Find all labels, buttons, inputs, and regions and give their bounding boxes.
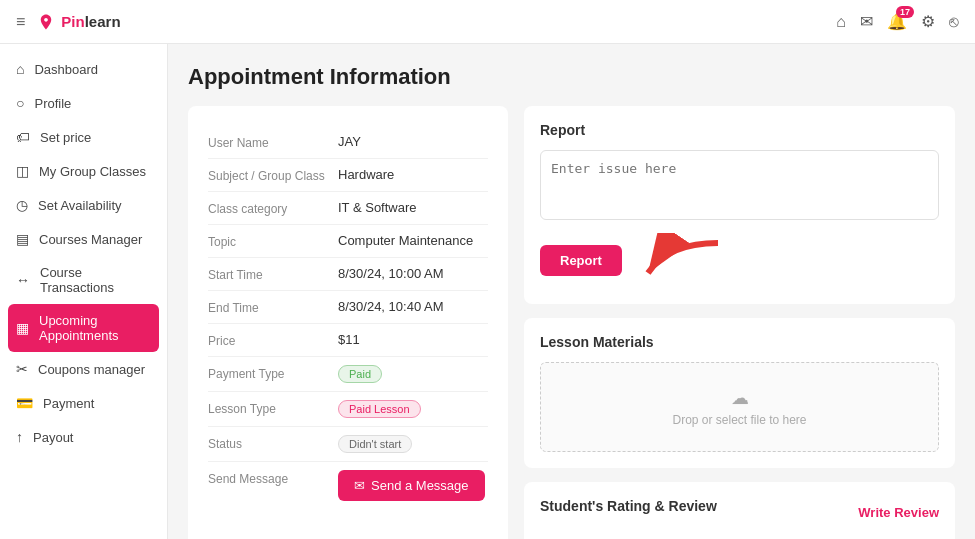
courses-icon: ▤ xyxy=(16,231,29,247)
sidebar-label-payment: Payment xyxy=(43,396,94,411)
value-topic: Computer Maintenance xyxy=(338,233,473,248)
sidebar-label-courses-manager: Courses Manager xyxy=(39,232,142,247)
topbar-icons: ⌂ ✉ 🔔17 ⚙ ⎋ xyxy=(836,12,959,31)
app-logo: Pinlearn xyxy=(37,13,120,31)
sidebar-item-coupons[interactable]: ✂ Coupons manager xyxy=(0,352,167,386)
write-review-button[interactable]: Write Review xyxy=(858,505,939,520)
main-content: Appointment Information User Name JAY Su… xyxy=(168,44,975,539)
logout-icon[interactable]: ⎋ xyxy=(949,13,959,31)
page-title: Appointment Information xyxy=(188,64,955,90)
notification-badge: 17 xyxy=(896,6,914,18)
sidebar-label-group-classes: My Group Classes xyxy=(39,164,146,179)
value-username: JAY xyxy=(338,134,361,149)
info-row-send-message: Send Message ✉ Send a Message xyxy=(208,462,488,509)
availability-icon: ◷ xyxy=(16,197,28,213)
payment-icon: 💳 xyxy=(16,395,33,411)
coupons-icon: ✂ xyxy=(16,361,28,377)
sidebar-item-payment[interactable]: 💳 Payment xyxy=(0,386,167,420)
profile-icon: ○ xyxy=(16,95,24,111)
label-send-message: Send Message xyxy=(208,470,338,486)
payout-icon: ↑ xyxy=(16,429,23,445)
sidebar-label-availability: Set Availability xyxy=(38,198,122,213)
report-card: Report Report xyxy=(524,106,955,304)
sidebar-label-course-transactions: Course Transactions xyxy=(40,265,151,295)
arrow-indicator xyxy=(638,233,728,288)
info-row-category: Class category IT & Software xyxy=(208,192,488,225)
send-message-label: Send a Message xyxy=(371,478,469,493)
rating-header-row: Student's Rating & Review Write Review xyxy=(540,498,939,526)
sidebar-item-profile[interactable]: ○ Profile xyxy=(0,86,167,120)
hamburger-icon[interactable]: ≡ xyxy=(16,13,25,31)
value-end-time: 8/30/24, 10:40 AM xyxy=(338,299,444,314)
report-action-row: Report xyxy=(540,233,939,288)
sidebar-item-upcoming-appointments[interactable]: ▦ Upcoming Appointments xyxy=(8,304,159,352)
label-username: User Name xyxy=(208,134,338,150)
sidebar-item-dashboard[interactable]: ⌂ Dashboard xyxy=(0,52,167,86)
badge-status: Didn't start xyxy=(338,435,412,453)
send-message-button[interactable]: ✉ Send a Message xyxy=(338,470,485,501)
sidebar-item-course-transactions[interactable]: ↔ Course Transactions xyxy=(0,256,167,304)
sidebar-item-set-price[interactable]: 🏷 Set price xyxy=(0,120,167,154)
lesson-materials-title: Lesson Materials xyxy=(540,334,939,350)
sidebar: ⌂ Dashboard ○ Profile 🏷 Set price ◫ My G… xyxy=(0,44,168,539)
info-row-payment-type: Payment Type Paid xyxy=(208,357,488,392)
notification-icon[interactable]: 🔔17 xyxy=(887,12,907,31)
info-row-start-time: Start Time 8/30/24, 10:00 AM xyxy=(208,258,488,291)
rating-card: Student's Rating & Review Write Review ★… xyxy=(524,482,955,539)
logo-pin-icon xyxy=(37,13,55,31)
label-status: Status xyxy=(208,435,338,451)
label-category: Class category xyxy=(208,200,338,216)
label-lesson-type: Lesson Type xyxy=(208,400,338,416)
info-row-status: Status Didn't start xyxy=(208,427,488,462)
envelope-icon: ✉ xyxy=(354,478,365,493)
value-price: $11 xyxy=(338,332,360,347)
report-button[interactable]: Report xyxy=(540,245,622,276)
file-drop-zone[interactable]: ☁ Drop or select file to here xyxy=(540,362,939,452)
content-grid: User Name JAY Subject / Group Class Hard… xyxy=(188,106,955,539)
appointment-info-card: User Name JAY Subject / Group Class Hard… xyxy=(188,106,508,539)
value-start-time: 8/30/24, 10:00 AM xyxy=(338,266,444,281)
transactions-icon: ↔ xyxy=(16,272,30,288)
badge-lesson: Paid Lesson xyxy=(338,400,421,418)
settings-icon[interactable]: ⚙ xyxy=(921,12,935,31)
sidebar-label-payout: Payout xyxy=(33,430,73,445)
info-row-price: Price $11 xyxy=(208,324,488,357)
label-end-time: End Time xyxy=(208,299,338,315)
drop-zone-label: Drop or select file to here xyxy=(672,413,806,427)
info-row-lesson-type: Lesson Type Paid Lesson xyxy=(208,392,488,427)
sidebar-item-availability[interactable]: ◷ Set Availability xyxy=(0,188,167,222)
group-classes-icon: ◫ xyxy=(16,163,29,179)
mail-icon[interactable]: ✉ xyxy=(860,12,873,31)
info-row-subject: Subject / Group Class Hardware xyxy=(208,159,488,192)
info-row-end-time: End Time 8/30/24, 10:40 AM xyxy=(208,291,488,324)
label-subject: Subject / Group Class xyxy=(208,167,338,183)
sidebar-label-upcoming-appointments: Upcoming Appointments xyxy=(39,313,151,343)
sidebar-item-payout[interactable]: ↑ Payout xyxy=(0,420,167,454)
price-icon: 🏷 xyxy=(16,129,30,145)
lesson-materials-card: Lesson Materials ☁ Drop or select file t… xyxy=(524,318,955,468)
sidebar-item-group-classes[interactable]: ◫ My Group Classes xyxy=(0,154,167,188)
logo-text: Pinlearn xyxy=(61,13,120,30)
rating-title: Student's Rating & Review xyxy=(540,498,717,514)
label-price: Price xyxy=(208,332,338,348)
home-icon[interactable]: ⌂ xyxy=(836,13,846,31)
badge-paid: Paid xyxy=(338,365,382,383)
report-textarea[interactable] xyxy=(540,150,939,220)
sidebar-label-coupons: Coupons manager xyxy=(38,362,145,377)
value-subject: Hardware xyxy=(338,167,394,182)
upload-icon: ☁ xyxy=(565,387,914,409)
sidebar-label-set-price: Set price xyxy=(40,130,91,145)
sidebar-label-profile: Profile xyxy=(34,96,71,111)
topbar: ≡ Pinlearn ⌂ ✉ 🔔17 ⚙ ⎋ xyxy=(0,0,975,44)
right-panel: Report Report xyxy=(524,106,955,539)
arrow-svg xyxy=(638,233,728,288)
report-title: Report xyxy=(540,122,939,138)
sidebar-item-courses-manager[interactable]: ▤ Courses Manager xyxy=(0,222,167,256)
sidebar-label-dashboard: Dashboard xyxy=(34,62,98,77)
layout: ⌂ Dashboard ○ Profile 🏷 Set price ◫ My G… xyxy=(0,44,975,539)
info-row-username: User Name JAY xyxy=(208,126,488,159)
info-row-topic: Topic Computer Maintenance xyxy=(208,225,488,258)
appointments-icon: ▦ xyxy=(16,320,29,336)
label-payment-type: Payment Type xyxy=(208,365,338,381)
label-start-time: Start Time xyxy=(208,266,338,282)
